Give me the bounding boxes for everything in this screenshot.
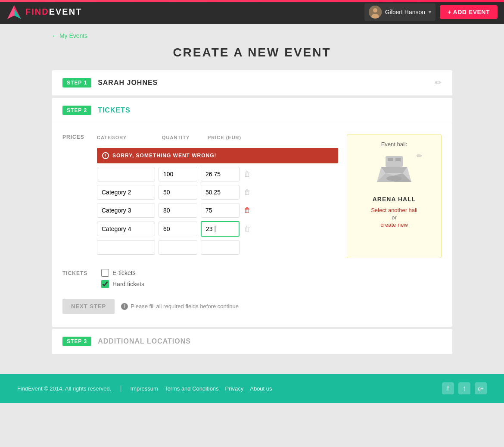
- hint-info-icon: i: [121, 303, 128, 310]
- category-input-1[interactable]: [97, 167, 155, 181]
- price-row-3: 🗑: [97, 203, 338, 218]
- user-dropdown[interactable]: Gilbert Hanson ▾: [364, 3, 436, 21]
- breadcrumb[interactable]: ← My Events: [52, 32, 452, 39]
- hall-or-text: or: [354, 214, 435, 221]
- error-info-icon: !: [102, 152, 109, 159]
- price-row-4: 🗑: [97, 221, 338, 237]
- quantity-input-5[interactable]: [159, 240, 197, 255]
- quantity-input-4[interactable]: [159, 222, 197, 236]
- add-event-button[interactable]: + ADD EVENT: [440, 5, 498, 19]
- main-content: ← My Events CREATE A NEW EVENT STEP 1 SA…: [45, 24, 459, 365]
- svg-marker-1: [7, 5, 14, 19]
- event-hall-label: Event hall:: [354, 141, 435, 147]
- footer: FindEvent © 2014, All rights reserved. |…: [0, 374, 504, 403]
- footer-separator: |: [120, 384, 121, 392]
- footer-link-impressum[interactable]: Impressum: [131, 385, 158, 392]
- price-row-5: [97, 240, 338, 255]
- user-name: Gilbert Hanson: [385, 9, 425, 16]
- next-step-button[interactable]: NEXT STEP: [62, 299, 115, 314]
- step1-header: STEP 1 SARAH JOHNES ✏: [52, 70, 452, 96]
- etickets-label: E-tickets: [112, 269, 136, 276]
- step3-title: ADDITIONAL LOCATIONS: [98, 338, 191, 345]
- delete-icon-2[interactable]: 🗑: [243, 188, 252, 196]
- tickets-section: TICKETS E-tickets Hard tickets: [62, 269, 442, 288]
- step2-badge: STEP 2: [62, 106, 91, 115]
- next-step-hint: i Please fill all required fields before…: [121, 303, 239, 310]
- page-title: CREATE A NEW EVENT: [52, 46, 452, 59]
- step1-badge: STEP 1: [62, 78, 91, 88]
- twitter-icon[interactable]: t: [458, 382, 470, 394]
- step3-card: STEP 3 ADDITIONAL LOCATIONS: [52, 329, 452, 354]
- step1-card: STEP 1 SARAH JOHNES ✏: [52, 70, 452, 96]
- header-right: Gilbert Hanson ▾ + ADD EVENT: [364, 3, 498, 21]
- step1-title: SARAH JOHNES: [98, 79, 158, 87]
- col-header-price: PRICE (EUR): [208, 135, 246, 140]
- price-row-1: 🗑: [97, 167, 338, 181]
- googleplus-icon[interactable]: g+: [475, 382, 487, 394]
- category-input-4[interactable]: [97, 222, 155, 236]
- ticket-options: E-tickets Hard tickets: [101, 269, 144, 288]
- svg-point-4: [373, 8, 377, 13]
- prices-section: PRICES CATEGORY QUANTITY PRICE (EUR) ! S…: [62, 134, 442, 258]
- step2-card: STEP 2 TICKETS PRICES CATEGORY QUANTITY …: [52, 98, 452, 327]
- hall-name: ARENA HALL: [354, 196, 435, 203]
- hard-tickets-label: Hard tickets: [112, 281, 144, 288]
- logo-text: FINDEVENT: [25, 7, 82, 17]
- footer-copyright: FindEvent © 2014, All rights reserved.: [17, 385, 111, 392]
- col-header-category: CATEGORY: [97, 135, 155, 140]
- price-input-4[interactable]: [201, 221, 240, 237]
- facebook-icon[interactable]: f: [442, 382, 454, 394]
- svg-rect-6: [386, 156, 403, 167]
- footer-social: f t g+: [442, 382, 487, 394]
- step1-edit-icon[interactable]: ✏: [435, 78, 442, 88]
- delete-icon-4[interactable]: 🗑: [243, 225, 252, 233]
- quantity-input-3[interactable]: [159, 203, 197, 218]
- header: FINDEVENT Gilbert Hanson ▾ + ADD EVENT: [0, 0, 504, 24]
- hard-tickets-checkbox[interactable]: [101, 280, 109, 288]
- etickets-checkbox[interactable]: [101, 269, 109, 277]
- arena-hall-image: [366, 152, 422, 191]
- select-another-hall-link[interactable]: Select another hall: [354, 207, 435, 213]
- hard-tickets-option[interactable]: Hard tickets: [101, 280, 144, 288]
- price-input-3[interactable]: [201, 203, 240, 218]
- tickets-label: TICKETS: [62, 269, 93, 276]
- svg-point-13: [386, 176, 402, 181]
- quantity-input-2[interactable]: [159, 185, 197, 200]
- category-input-5[interactable]: [97, 240, 155, 255]
- footer-left: FindEvent © 2014, All rights reserved. |…: [17, 384, 272, 392]
- step2-content: PRICES CATEGORY QUANTITY PRICE (EUR) ! S…: [52, 123, 452, 327]
- price-input-1[interactable]: [201, 167, 240, 181]
- logo[interactable]: FINDEVENT: [6, 4, 82, 20]
- hint-text: Please fill all required fields before c…: [131, 303, 239, 309]
- svg-marker-10: [381, 167, 407, 173]
- prices-left: PRICES CATEGORY QUANTITY PRICE (EUR) ! S…: [62, 134, 338, 258]
- dropdown-arrow: ▾: [429, 9, 431, 15]
- step3-header: STEP 3 ADDITIONAL LOCATIONS: [52, 329, 452, 354]
- footer-link-terms[interactable]: Terms and Conditions: [165, 385, 219, 392]
- avatar: [369, 6, 382, 19]
- category-input-3[interactable]: [97, 203, 155, 218]
- step2-title: TICKETS: [98, 106, 130, 114]
- svg-rect-7: [388, 158, 393, 161]
- svg-rect-8: [395, 158, 401, 161]
- hall-edit-icon[interactable]: ✏: [417, 152, 422, 160]
- col-header-quantity: QUANTITY: [162, 135, 201, 140]
- col-headers: CATEGORY QUANTITY PRICE (EUR): [97, 135, 246, 140]
- price-input-5[interactable]: [201, 240, 240, 255]
- etickets-option[interactable]: E-tickets: [101, 269, 144, 277]
- footer-link-privacy[interactable]: Privacy: [225, 385, 244, 392]
- create-new-link[interactable]: create new: [354, 222, 435, 228]
- step2-header: STEP 2 TICKETS: [52, 98, 452, 123]
- category-input-2[interactable]: [97, 185, 155, 200]
- error-message: SORRY, SOMETHING WENT WRONG!: [112, 153, 217, 159]
- price-input-2[interactable]: [201, 185, 240, 200]
- footer-link-about[interactable]: About us: [250, 385, 272, 392]
- next-step-row: NEXT STEP i Please fill all required fie…: [62, 299, 442, 314]
- quantity-input-1[interactable]: [159, 167, 197, 181]
- footer-links: Impressum Terms and Conditions Privacy A…: [131, 385, 272, 392]
- delete-icon-1[interactable]: 🗑: [243, 170, 252, 178]
- error-bar: ! SORRY, SOMETHING WENT WRONG!: [97, 148, 338, 163]
- prices-label: PRICES: [62, 134, 93, 140]
- event-hall-panel: Event hall: ✏: [347, 134, 442, 258]
- delete-icon-3[interactable]: 🗑: [243, 206, 252, 214]
